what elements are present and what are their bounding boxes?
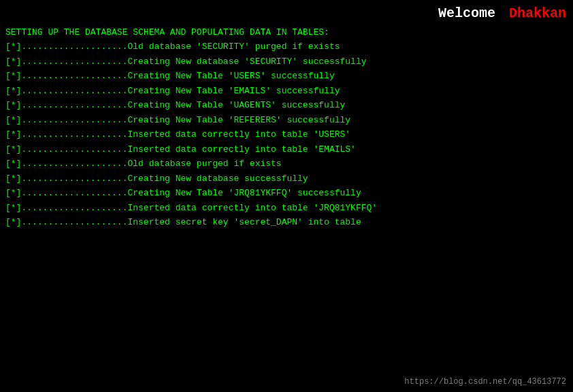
log-container: [*]....................Old database 'SEC… — [5, 40, 568, 229]
log-line: [*]....................Old database purg… — [5, 157, 568, 171]
header: Welcome Dhakkan — [438, 5, 566, 21]
log-line: [*]....................Creating New Tabl… — [5, 114, 568, 127]
log-line: [*]....................Creating New Tabl… — [5, 69, 568, 83]
log-line: [*]....................Inserted data cor… — [5, 143, 568, 157]
log-line: [*]....................Inserted data cor… — [5, 128, 568, 142]
log-line: [*]....................Creating New data… — [5, 55, 568, 69]
welcome-label: Welcome — [438, 5, 495, 21]
log-line: [*]....................Creating New Tabl… — [5, 99, 568, 112]
user-name-label: Dhakkan — [509, 5, 566, 21]
log-line: [*]....................Creating New data… — [5, 172, 568, 186]
log-line: [*]....................Old database 'SEC… — [5, 40, 568, 54]
section-title: SETTING UP THE DATABASE SCHEMA AND POPUL… — [5, 27, 568, 37]
log-line: [*]....................Creating New Tabl… — [5, 186, 568, 200]
content-area: SETTING UP THE DATABASE SCHEMA AND POPUL… — [5, 27, 568, 231]
log-line: [*]....................Inserted secret k… — [5, 216, 568, 229]
log-line: [*]....................Creating New Tabl… — [5, 84, 568, 98]
log-line: [*]....................Inserted data cor… — [5, 201, 568, 215]
footer-link: https://blog.csdn.net/qq_43613772 — [404, 377, 566, 387]
